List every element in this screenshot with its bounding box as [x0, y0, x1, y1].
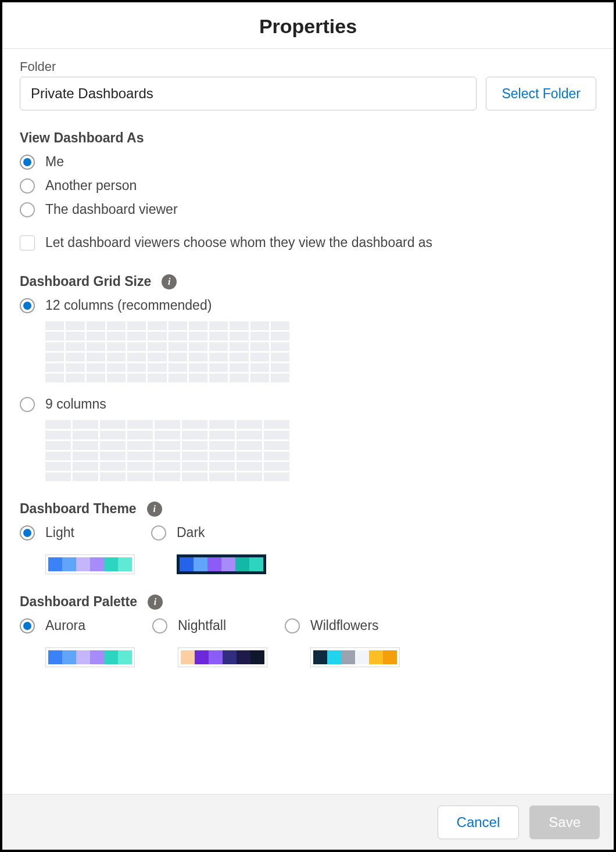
grid-preview-9: [45, 420, 289, 481]
checkbox-label: Let dashboard viewers choose whom they v…: [45, 235, 432, 250]
theme-option-dark: Dark: [151, 525, 266, 574]
checkbox-icon: [20, 235, 35, 250]
view-as-radio-me[interactable]: Me: [20, 154, 596, 170]
grid-size-heading: Dashboard Grid Size i: [20, 274, 596, 289]
folder-row: Select Folder: [20, 77, 596, 110]
grid-size-heading-text: Dashboard Grid Size: [20, 274, 151, 289]
palette-radio-nightfall[interactable]: Nightfall: [152, 618, 268, 633]
theme-swatch-dark: [177, 554, 266, 574]
radio-label: 9 columns: [45, 396, 106, 412]
view-as-radio-another[interactable]: Another person: [20, 178, 596, 194]
palette-options: Aurora Nightfall Wildflowers: [20, 618, 596, 667]
theme-heading: Dashboard Theme i: [20, 501, 596, 517]
radio-icon: [151, 525, 166, 540]
radio-label: Light: [45, 525, 74, 540]
radio-icon: [20, 178, 35, 194]
folder-label: Folder: [20, 59, 596, 74]
view-as-heading: View Dashboard As: [20, 130, 596, 146]
theme-radio-light[interactable]: Light: [20, 525, 135, 540]
palette-swatch-aurora: [45, 647, 135, 667]
theme-options: Light Dark: [20, 525, 596, 574]
radio-label: Aurora: [45, 618, 85, 633]
info-icon[interactable]: i: [147, 502, 162, 517]
theme-swatch-light: [45, 554, 135, 574]
info-icon[interactable]: i: [162, 274, 177, 289]
modal-header: Properties: [2, 2, 614, 49]
radio-icon: [20, 525, 35, 540]
info-icon[interactable]: i: [148, 595, 163, 610]
grid-radio-9[interactable]: 9 columns: [20, 396, 596, 412]
radio-icon: [20, 298, 35, 313]
grid-option-12: 12 columns (recommended): [20, 298, 596, 382]
palette-heading: Dashboard Palette i: [20, 594, 596, 610]
palette-heading-text: Dashboard Palette: [20, 594, 137, 610]
palette-option-nightfall: Nightfall: [152, 618, 268, 667]
palette-swatch-nightfall: [178, 647, 267, 667]
modal-title: Properties: [2, 15, 614, 38]
radio-label: 12 columns (recommended): [45, 298, 212, 313]
modal-body: Folder Select Folder View Dashboard As M…: [2, 49, 614, 792]
radio-icon: [285, 618, 300, 633]
radio-icon: [20, 155, 35, 170]
save-button[interactable]: Save: [529, 806, 600, 839]
radio-label: Another person: [45, 178, 137, 194]
theme-heading-text: Dashboard Theme: [20, 501, 137, 517]
palette-option-wildflowers: Wildflowers: [285, 618, 401, 667]
radio-icon: [20, 618, 35, 633]
palette-swatch-wildflowers: [310, 647, 400, 667]
palette-option-aurora: Aurora: [20, 618, 136, 667]
radio-label: Nightfall: [178, 618, 226, 633]
radio-label: Me: [45, 154, 64, 170]
radio-label: Dark: [177, 525, 205, 540]
theme-radio-dark[interactable]: Dark: [151, 525, 266, 540]
radio-icon: [152, 618, 167, 633]
radio-label: The dashboard viewer: [45, 202, 178, 217]
view-as-heading-text: View Dashboard As: [20, 130, 144, 146]
grid-preview-12: [45, 321, 289, 382]
palette-radio-aurora[interactable]: Aurora: [20, 618, 136, 633]
modal-footer: Cancel Save: [2, 794, 614, 850]
palette-radio-wildflowers[interactable]: Wildflowers: [285, 618, 401, 633]
theme-option-light: Light: [20, 525, 135, 574]
radio-label: Wildflowers: [310, 618, 379, 633]
view-as-radio-viewer[interactable]: The dashboard viewer: [20, 202, 596, 217]
grid-radio-12[interactable]: 12 columns (recommended): [20, 298, 596, 313]
select-folder-button[interactable]: Select Folder: [486, 77, 596, 110]
viewer-choose-checkbox[interactable]: Let dashboard viewers choose whom they v…: [20, 235, 596, 250]
radio-icon: [20, 397, 35, 412]
cancel-button[interactable]: Cancel: [438, 806, 520, 839]
radio-icon: [20, 202, 35, 217]
folder-input[interactable]: [20, 77, 477, 110]
grid-option-9: 9 columns: [20, 396, 596, 481]
